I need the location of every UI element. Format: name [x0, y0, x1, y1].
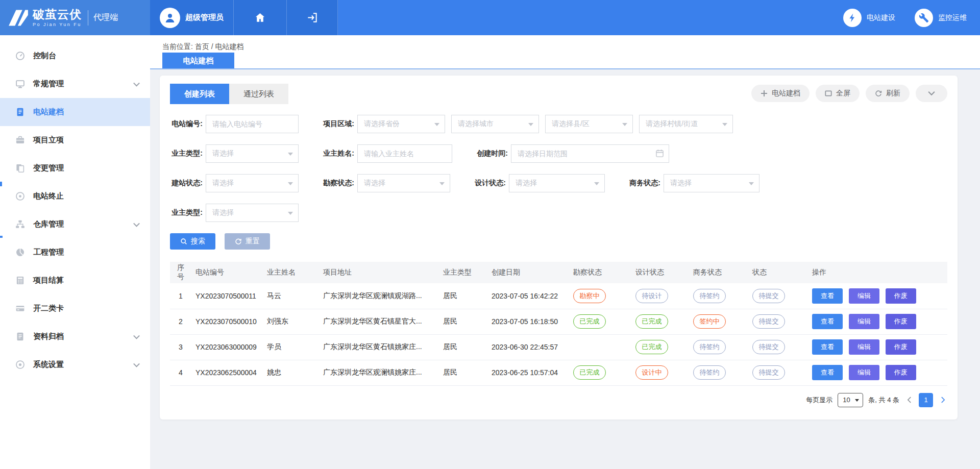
tab-passed-list[interactable]: 通过列表 — [229, 84, 288, 104]
status-badge: 待签约 — [693, 289, 726, 303]
sidebar-item-project-initiation[interactable]: 项目立项 — [0, 126, 150, 154]
status-badge: 待提交 — [752, 365, 785, 380]
fullscreen-label: 全屏 — [836, 89, 850, 98]
owner-type-2-select[interactable]: 请选择 — [206, 204, 299, 222]
status-badge: 已完成 — [573, 314, 606, 329]
sidebar-item-label: 资料归档 — [33, 332, 64, 341]
sidebar-item-change-management[interactable]: 变更管理 — [0, 154, 150, 182]
sidebar-item-label: 控制台 — [33, 51, 56, 61]
void-button[interactable]: 作废 — [886, 314, 916, 329]
owner-name-cell: 马云 — [263, 283, 319, 309]
view-button[interactable]: 查看 — [812, 365, 843, 380]
owner-type-select[interactable]: 请选择 — [206, 144, 299, 163]
sidebar-item-general-management[interactable]: 常规管理 — [0, 70, 150, 98]
edit-button[interactable]: 编辑 — [849, 365, 879, 380]
col-status: 状态 — [748, 262, 808, 283]
void-button[interactable]: 作废 — [886, 288, 916, 304]
owner-type-cell: 居民 — [439, 360, 487, 385]
address-cell: 广东深圳龙华区黄石镇星官大... — [319, 309, 439, 334]
station-code-input[interactable] — [206, 115, 299, 133]
sidebar-item-label: 变更管理 — [33, 163, 64, 173]
date-range-picker[interactable] — [511, 144, 669, 163]
tab-create-list[interactable]: 创建列表 — [170, 84, 229, 104]
owner-name-input[interactable] — [357, 144, 452, 163]
sidebar-nav: 控制台 常规管理 电站建档 项目立项 变更管理 — [0, 35, 150, 469]
filter-label: 勘察状态: — [322, 179, 354, 188]
page-tab-station-archive[interactable]: 电站建档 — [162, 53, 234, 68]
sidebar-item-station-termination[interactable]: 电站终止 — [0, 182, 150, 210]
business-status-select[interactable]: 请选择 — [664, 174, 760, 192]
quick-link-station-build[interactable]: 电站建设 — [843, 9, 895, 27]
fullscreen-button[interactable]: 全屏 — [816, 85, 860, 102]
chevron-left-icon — [907, 397, 912, 403]
province-select[interactable]: 请选择省份 — [357, 115, 445, 133]
sidebar-item-console[interactable]: 控制台 — [0, 42, 150, 70]
prev-page-button[interactable] — [904, 396, 914, 405]
district-select[interactable]: 请选择县/区 — [545, 115, 633, 133]
refresh-icon — [875, 90, 882, 97]
search-button[interactable]: 搜索 — [170, 233, 215, 250]
user-menu[interactable]: 超级管理员 — [150, 0, 234, 35]
col-actions: 操作 — [808, 262, 947, 283]
collapse-button[interactable] — [916, 85, 947, 102]
col-station-code: 电站编号 — [191, 262, 263, 283]
view-button[interactable]: 查看 — [812, 288, 843, 304]
col-address: 项目地址 — [319, 262, 439, 283]
brand-name: 破茧云伏 — [33, 9, 82, 20]
sidebar-item-second-class-card[interactable]: 开二类卡 — [0, 294, 150, 323]
search-icon — [180, 238, 187, 245]
next-page-button[interactable] — [938, 396, 947, 405]
sidebar-item-project-settlement[interactable]: 项目结算 — [0, 266, 150, 294]
design-status-select[interactable]: 请选择 — [509, 174, 605, 192]
status-badge: 勘察中 — [573, 289, 606, 303]
fullscreen-icon — [825, 90, 832, 97]
calculator-icon — [15, 276, 26, 286]
archive-icon — [15, 332, 26, 342]
actions-cell: 查看 编辑 作废 — [808, 283, 947, 309]
settings-icon — [15, 360, 26, 370]
edit-button[interactable]: 编辑 — [849, 314, 879, 329]
col-design-status: 设计状态 — [631, 262, 689, 283]
page-number-button[interactable]: 1 — [919, 393, 933, 407]
per-page-select[interactable]: 10 — [838, 393, 863, 407]
per-page-label: 每页显示 — [806, 396, 832, 405]
quick-link-monitor-ops[interactable]: 监控运维 — [915, 9, 967, 27]
logout-icon — [306, 12, 318, 23]
void-button[interactable]: 作废 — [886, 339, 916, 355]
breadcrumb-path[interactable]: 首页 / 电站建档 — [195, 42, 244, 51]
sidebar-item-system-settings[interactable]: 系统设置 — [0, 351, 150, 379]
edit-button[interactable]: 编辑 — [849, 339, 879, 355]
survey-status-select[interactable]: 请选择 — [357, 174, 450, 192]
status-badge: 签约中 — [693, 314, 726, 329]
date-range-input[interactable] — [511, 144, 669, 163]
sidebar-item-station-archive[interactable]: 电站建档 — [0, 98, 150, 126]
sidebar-item-engineering-management[interactable]: 工程管理 — [0, 238, 150, 266]
city-select[interactable]: 请选择城市 — [451, 115, 539, 133]
build-status-select[interactable]: 请选择 — [206, 174, 299, 192]
home-button[interactable] — [234, 0, 287, 35]
view-button[interactable]: 查看 — [812, 339, 843, 355]
edit-button[interactable]: 编辑 — [849, 288, 879, 304]
view-button[interactable]: 查看 — [812, 314, 843, 329]
filter-label: 项目区域: — [322, 119, 354, 129]
created-cell: 2023-06-30 22:45:57 — [487, 334, 569, 360]
caret-down-icon — [434, 123, 439, 126]
design-status-cell: 设计中 — [631, 360, 689, 385]
create-station-button[interactable]: 电站建档 — [751, 85, 810, 102]
sidebar-item-label: 开二类卡 — [33, 304, 64, 313]
sidebar-item-label: 电站建档 — [33, 107, 64, 117]
filter-label: 业主类型: — [170, 149, 203, 158]
street-select[interactable]: 请选择村镇/街道 — [639, 115, 733, 133]
void-button[interactable]: 作废 — [886, 365, 916, 380]
reset-button[interactable]: 重置 — [225, 233, 270, 250]
logout-button[interactable] — [287, 0, 338, 35]
panel-toolbar: 电站建档 全屏 刷新 — [751, 85, 947, 102]
filter-actions: 搜索 重置 — [170, 233, 947, 250]
created-cell: 2023-07-05 16:18:50 — [487, 309, 569, 334]
sidebar-item-warehouse-management[interactable]: 仓库管理 — [0, 210, 150, 238]
refresh-button[interactable]: 刷新 — [866, 85, 910, 102]
total-count-label: 条, 共 4 条 — [868, 396, 899, 405]
filter-business-status: 商务状态: 请选择 — [628, 174, 760, 192]
sidebar-item-data-archive[interactable]: 资料归档 — [0, 323, 150, 351]
row-index: 3 — [170, 334, 191, 360]
